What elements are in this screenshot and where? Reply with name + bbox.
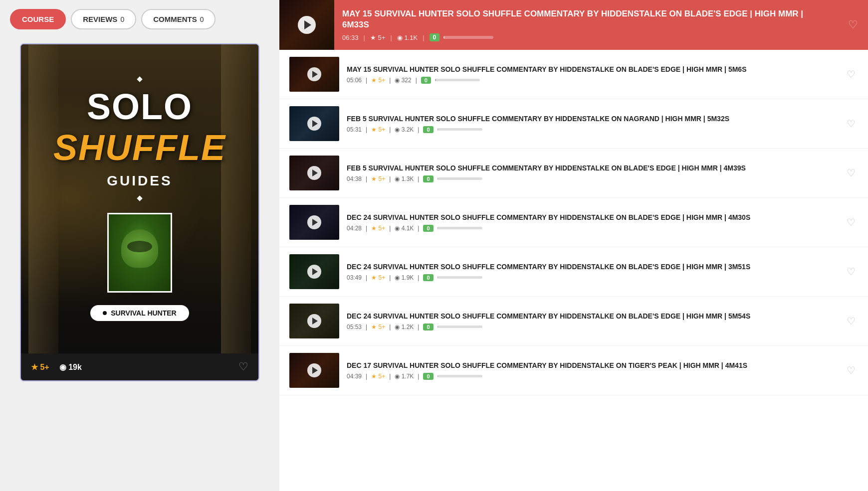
card-footer: ★ 5+ ◉ 19k ♡ [21, 353, 258, 380]
video-item: DEC 24 SURVIVAL HUNTER SOLO SHUFFLE COMM… [279, 247, 868, 297]
video-rating-6: ★ 5+ [371, 373, 385, 380]
play-button-3[interactable] [307, 215, 321, 229]
play-button-1[interactable] [307, 117, 321, 131]
card-content: SOLO SHUFFLE GUIDES SURVIVAL HUNTER [53, 77, 226, 321]
video-views-4: ◉ 1.9K [395, 274, 414, 281]
video-progress-badge-2: 0 [423, 175, 433, 182]
video-thumbnail-5[interactable] [289, 304, 339, 338]
featured-meta: 06:33 | ★ 5+ | ◉ 1.1K | 0 [342, 33, 830, 41]
video-info-1: FEB 5 SURVIVAL HUNTER SOLO SHUFFLE COMME… [347, 114, 837, 133]
left-panel: COURSE REVIEWS 0 COMMENTS 0 SOLO SHUFFLE… [0, 0, 279, 491]
video-thumbnail-1[interactable] [289, 106, 339, 141]
meta-sep-2: | [390, 34, 392, 41]
right-panel: MAY 15 SURVIVAL HUNTER SOLO SHUFFLE COMM… [279, 0, 868, 491]
video-rating-3: ★ 5+ [371, 225, 385, 232]
video-favorite-button-4[interactable]: ♡ [844, 263, 858, 280]
video-item: MAY 15 SURVIVAL HUNTER SOLO SHUFFLE COMM… [279, 50, 868, 99]
card-rating: ★ 5+ [31, 362, 49, 372]
featured-favorite-button[interactable]: ♡ [838, 18, 868, 31]
video-info-3: DEC 24 SURVIVAL HUNTER SOLO SHUFFLE COMM… [347, 213, 837, 231]
featured-video: MAY 15 SURVIVAL HUNTER SOLO SHUFFLE COMM… [279, 0, 868, 50]
video-item: DEC 24 SURVIVAL HUNTER SOLO SHUFFLE COMM… [279, 198, 868, 247]
video-progress-badge-6: 0 [423, 373, 433, 380]
video-progress-badge-1: 0 [423, 126, 433, 133]
featured-title: MAY 15 SURVIVAL HUNTER SOLO SHUFFLE COMM… [342, 8, 830, 30]
video-thumbnail-4[interactable] [289, 254, 339, 289]
play-button-0[interactable] [307, 67, 321, 81]
character-image [107, 213, 172, 293]
video-meta-4: 03:49 | ★ 5+ | ◉ 1.9K | 0 [347, 274, 837, 281]
tab-comments[interactable]: COMMENTS 0 [141, 9, 216, 29]
card-title-solo: SOLO [87, 89, 193, 125]
footer-stats: ★ 5+ ◉ 19k [31, 362, 82, 372]
video-duration-5: 05:53 [347, 324, 362, 330]
video-progress-bar-6 [437, 375, 482, 377]
play-button-6[interactable] [307, 363, 321, 377]
video-views-2: ◉ 1.3K [395, 175, 414, 182]
video-progress-bar-5 [437, 326, 482, 328]
video-duration-4: 03:49 [347, 274, 362, 281]
tab-comments-label: COMMENTS [153, 15, 197, 23]
video-progress-bar-0 [435, 79, 480, 81]
tab-comments-count: 0 [200, 15, 204, 23]
play-button-5[interactable] [307, 314, 321, 328]
course-card: SOLO SHUFFLE GUIDES SURVIVAL HUNTER ★ 5+… [20, 43, 259, 381]
video-info-2: FEB 5 SURVIVAL HUNTER SOLO SHUFFLE COMME… [347, 164, 837, 182]
video-favorite-button-6[interactable]: ♡ [844, 362, 858, 379]
video-favorite-button-0[interactable]: ♡ [844, 66, 858, 83]
video-rating-1: ★ 5+ [371, 126, 385, 133]
video-item: DEC 24 SURVIVAL HUNTER SOLO SHUFFLE COMM… [279, 297, 868, 346]
featured-views: ◉ 1.1K [397, 34, 418, 41]
card-views: ◉ 19k [59, 362, 82, 372]
video-duration-6: 04:39 [347, 373, 362, 380]
featured-duration: 06:33 [342, 34, 359, 41]
video-progress-badge-5: 0 [423, 324, 433, 330]
video-progress-badge-0: 0 [421, 77, 431, 84]
video-meta-2: 04:38 | ★ 5+ | ◉ 1.3K | 0 [347, 175, 837, 182]
video-info-5: DEC 24 SURVIVAL HUNTER SOLO SHUFFLE COMM… [347, 312, 837, 330]
video-favorite-button-3[interactable]: ♡ [844, 214, 858, 231]
video-duration-1: 05:31 [347, 126, 362, 133]
video-progress-fill-6 [437, 375, 438, 377]
video-thumbnail-3[interactable] [289, 205, 339, 240]
video-views-6: ◉ 1.7K [395, 373, 414, 380]
video-meta-6: 04:39 | ★ 5+ | ◉ 1.7K | 0 [347, 373, 837, 380]
meta-sep-1: | [364, 34, 365, 41]
video-duration-3: 04:28 [347, 225, 362, 232]
video-favorite-button-1[interactable]: ♡ [844, 115, 858, 132]
video-rating-0: ★ 5+ [371, 77, 385, 84]
tab-reviews-label: REVIEWS [83, 15, 117, 23]
video-meta-1: 05:31 | ★ 5+ | ◉ 3.2K | 0 [347, 126, 837, 133]
card-image: SOLO SHUFFLE GUIDES SURVIVAL HUNTER [21, 44, 258, 353]
card-title-shuffle: SHUFFLE [53, 130, 226, 165]
video-item: DEC 17 SURVIVAL HUNTER SOLO SHUFFLE COMM… [279, 346, 868, 395]
video-progress-bar-2 [437, 177, 482, 180]
video-list: MAY 15 SURVIVAL HUNTER SOLO SHUFFLE COMM… [279, 50, 868, 395]
featured-thumbnail[interactable] [279, 0, 334, 50]
featured-progress-bar [443, 36, 493, 39]
video-info-4: DEC 24 SURVIVAL HUNTER SOLO SHUFFLE COMM… [347, 262, 837, 281]
play-button-4[interactable] [307, 265, 321, 279]
card-favorite-button[interactable]: ♡ [238, 360, 248, 373]
video-thumbnail-0[interactable] [289, 57, 339, 92]
play-button-2[interactable] [307, 166, 321, 180]
featured-rating: ★ 5+ [370, 34, 385, 41]
video-progress-fill-1 [437, 128, 438, 131]
video-thumbnail-6[interactable] [289, 353, 339, 388]
featured-progress-badge: 0 [430, 33, 440, 41]
video-meta-0: 05:06 | ★ 5+ | ◉ 322 | 0 [347, 77, 837, 84]
video-progress-bar-1 [437, 128, 482, 131]
character-face [109, 214, 171, 291]
video-progress-fill-4 [437, 276, 438, 279]
badge-dot [103, 311, 107, 315]
video-favorite-button-2[interactable]: ♡ [844, 164, 858, 181]
featured-play-button[interactable] [298, 16, 316, 34]
spec-badge: SURVIVAL HUNTER [90, 305, 189, 321]
video-thumbnail-2[interactable] [289, 156, 339, 190]
tab-course[interactable]: COURSE [10, 9, 66, 29]
meta-sep-3: | [423, 34, 424, 41]
diamond-top-decoration [137, 76, 142, 82]
tab-reviews[interactable]: REVIEWS 0 [71, 9, 136, 29]
featured-info: MAY 15 SURVIVAL HUNTER SOLO SHUFFLE COMM… [334, 2, 838, 47]
video-favorite-button-5[interactable]: ♡ [844, 313, 858, 329]
